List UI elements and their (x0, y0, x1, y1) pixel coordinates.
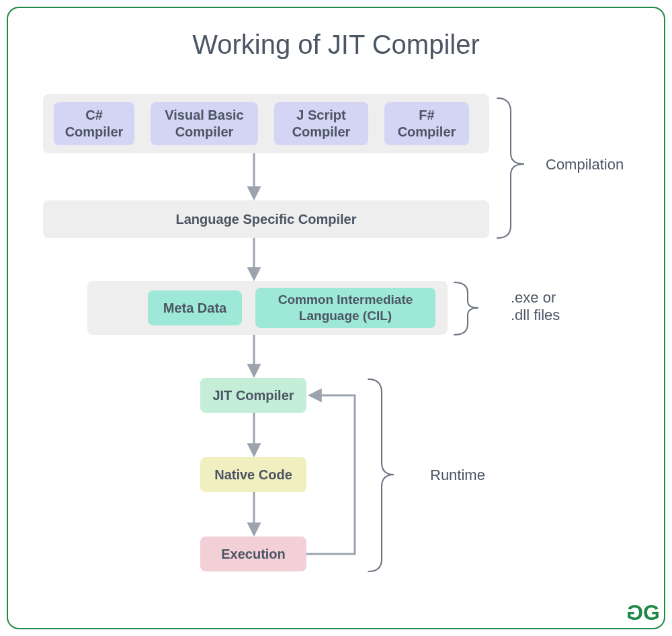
gfg-logo-icon: GG (629, 600, 657, 625)
execution-node: Execution (200, 536, 306, 571)
jit-compiler-node: JIT Compiler (200, 378, 306, 413)
jscript-compiler-node: J ScriptCompiler (274, 102, 368, 145)
native-code-node: Native Code (200, 457, 306, 492)
exe-dll-label: .exe or.dll files (511, 289, 560, 324)
meta-data-node: Meta Data (148, 290, 242, 325)
compilation-label: Compilation (546, 156, 624, 173)
diagram-title: Working of JIT Compiler (0, 30, 672, 60)
runtime-label: Runtime (430, 467, 485, 484)
language-specific-compiler-node: Language Specific Compiler (43, 200, 489, 238)
csharp-compiler-node: C#Compiler (54, 102, 134, 145)
cil-node: Common IntermediateLanguage (CIL) (255, 288, 435, 328)
fsharp-compiler-node: F#Compiler (384, 102, 469, 145)
vb-compiler-node: Visual BasicCompiler (151, 102, 258, 145)
